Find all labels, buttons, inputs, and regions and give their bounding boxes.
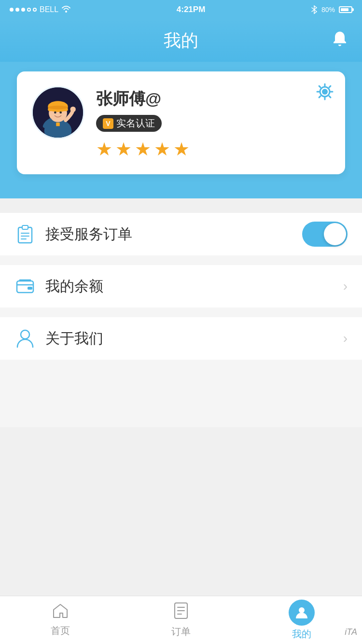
status-left: BELL [10, 5, 71, 14]
svg-point-8 [59, 112, 62, 114]
status-time: 4:21PM [177, 5, 206, 14]
dot-4 [27, 8, 31, 12]
service-orders-label: 接受服务订单 [45, 224, 302, 244]
balance-chevron: › [343, 279, 348, 294]
star-1: ★ [96, 139, 112, 160]
verified-label: 实名认证 [116, 117, 155, 130]
star-rating: ★ ★ ★ ★ ★ [96, 139, 331, 160]
bell-icon[interactable] [332, 31, 348, 51]
about-chevron: › [343, 331, 348, 346]
svg-point-10 [70, 107, 76, 112]
balance-label: 我的余额 [45, 277, 343, 296]
tab-profile-label: 我的 [292, 628, 311, 641]
battery-fill [341, 8, 348, 11]
status-right: 80% [311, 5, 352, 14]
wifi-icon [61, 5, 71, 14]
person-icon [14, 328, 36, 349]
watermark: iTA [345, 627, 357, 637]
orders-icon [174, 602, 188, 623]
about-label: 关于我们 [45, 329, 343, 349]
dot-3 [21, 8, 25, 12]
profile-card: 张师傅@ V 实名认证 ★ ★ ★ ★ ★ [17, 71, 345, 174]
menu-section-balance: 我的余额 › [0, 265, 362, 308]
star-4: ★ [154, 139, 170, 160]
dot-5 [33, 8, 37, 12]
svg-point-13 [322, 89, 327, 94]
tab-home-label: 首页 [51, 624, 70, 637]
carrier-label: BELL [40, 5, 58, 14]
avatar-image [33, 87, 83, 138]
bluetooth-icon [311, 5, 318, 14]
tab-orders-label: 订单 [171, 625, 191, 638]
star-3: ★ [135, 139, 151, 160]
menu-item-service-orders[interactable]: 接受服务订单 [0, 213, 362, 255]
profile-tab-icon [289, 600, 315, 626]
lower-section: 接受服务订单 我的余额 › [0, 213, 362, 427]
dot-1 [10, 8, 14, 12]
home-icon [52, 603, 69, 622]
svg-point-6 [48, 106, 68, 110]
status-bar: BELL 4:21PM 80% [0, 0, 362, 19]
svg-rect-9 [56, 123, 60, 126]
star-5: ★ [173, 139, 190, 160]
card-inner: 张师傅@ V 实名认证 ★ ★ ★ ★ ★ [31, 86, 331, 160]
clipboard-icon [14, 224, 36, 245]
settings-icon[interactable] [316, 83, 334, 105]
header: 我的 [0, 19, 362, 62]
page-title: 我的 [164, 29, 198, 53]
menu-section-about: 关于我们 › [0, 317, 362, 360]
user-info: 张师傅@ V 实名认证 ★ ★ ★ ★ ★ [96, 86, 331, 160]
wallet-icon [14, 276, 36, 297]
svg-point-26 [299, 607, 305, 613]
svg-rect-2 [51, 120, 65, 133]
tab-profile[interactable]: 我的 [241, 596, 362, 644]
tab-orders[interactable]: 订单 [121, 596, 241, 644]
menu-section-orders: 接受服务订单 [0, 213, 362, 255]
svg-point-21 [21, 330, 29, 339]
tab-home[interactable]: 首页 [0, 596, 121, 644]
battery-percent: 80% [321, 6, 335, 14]
signal-dots [10, 8, 37, 12]
svg-point-7 [54, 112, 56, 114]
page-wrapper: BELL 4:21PM 80% 我的 [0, 0, 362, 644]
verified-badge: V 实名认证 [96, 115, 162, 132]
username: 张师傅@ [96, 88, 331, 110]
battery-icon [339, 6, 352, 13]
svg-rect-20 [28, 287, 32, 290]
menu-item-balance[interactable]: 我的余额 › [0, 265, 362, 308]
tab-bar: 首页 订单 [0, 596, 362, 644]
top-section: 我的 [0, 19, 362, 198]
service-orders-toggle[interactable] [302, 222, 348, 247]
svg-rect-15 [22, 225, 28, 229]
menu-item-about[interactable]: 关于我们 › [0, 317, 362, 360]
dot-2 [15, 8, 19, 12]
avatar[interactable] [31, 86, 84, 139]
star-2: ★ [115, 139, 132, 160]
verified-v-icon: V [103, 118, 113, 129]
toggle-thumb [324, 223, 346, 245]
